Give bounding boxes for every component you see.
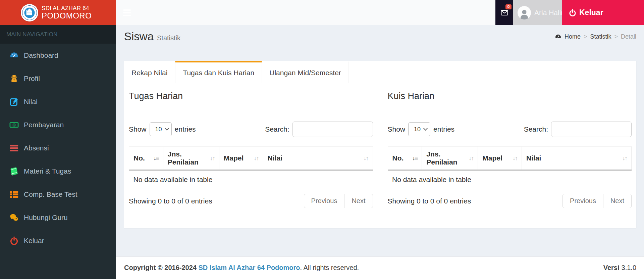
- top-navbar: SDI AL AZHAR 64 PODOMORO 0: [0, 0, 644, 25]
- content-area: SiswaStatistik Home > Statistik > Detail: [116, 25, 644, 256]
- tugas-harian-panel: Tugas Harian Show 10: [129, 90, 373, 221]
- sort-icon: ↓≡: [153, 155, 159, 162]
- book-icon: [9, 166, 19, 176]
- sidebar-item-keluar[interactable]: Keluar: [0, 229, 116, 252]
- sort-icon: ↓≡: [412, 155, 418, 162]
- column-header-jns-penilaian[interactable]: Jns. Penilaian↓↑: [422, 147, 478, 170]
- brand-line2: PODOMORO: [42, 11, 92, 20]
- column-header-no[interactable]: No.↓≡: [388, 147, 422, 170]
- sidebar-toggle-button[interactable]: [116, 0, 138, 25]
- previous-page-button[interactable]: Previous: [562, 194, 603, 208]
- page-heading: SiswaStatistik: [124, 30, 180, 43]
- column-header-mapel[interactable]: Mapel↓↑: [219, 147, 263, 170]
- table-info: Showing 0 to 0 of 0 entries: [129, 197, 212, 205]
- list-blocks-icon: [9, 189, 19, 199]
- version-label: Versi: [603, 264, 620, 271]
- next-page-button[interactable]: Next: [344, 194, 373, 208]
- edit-icon: [9, 97, 19, 107]
- brand-logo-link[interactable]: SDI AL AZHAR 64 PODOMORO: [0, 0, 116, 25]
- previous-page-button[interactable]: Previous: [304, 194, 345, 208]
- sidebar-item-label: Dashboard: [24, 51, 58, 59]
- sidebar-menu: Dashboard Profil: [0, 44, 116, 252]
- next-page-button[interactable]: Next: [603, 194, 632, 208]
- empty-table-row: No data available in table: [388, 170, 632, 189]
- sidebar-item-dashboard[interactable]: Dashboard: [0, 44, 116, 67]
- bars-icon: [9, 143, 19, 153]
- statistics-box: Rekap Nilai Tugas dan Kuis Harian Ulanga…: [124, 61, 636, 228]
- search-label: Search:: [524, 125, 548, 133]
- sort-icon: ↓↑: [469, 155, 473, 162]
- sidebar-item-profil[interactable]: Profil: [0, 67, 116, 90]
- tab-tugas-dan-kuis-harian[interactable]: Tugas dan Kuis Harian: [175, 61, 262, 83]
- kuis-harian-panel: Kuis Harian Show 10: [388, 90, 632, 221]
- page-title: Siswa: [124, 30, 154, 43]
- table-header-row: No.↓≡ Jns. Penilaian↓↑ Mapel↓↑ Nilai↓↑: [388, 147, 632, 170]
- school-site-link[interactable]: SD Islam Al Azhar 64 Podomoro: [199, 264, 300, 271]
- user-menu-button[interactable]: Aria Halim: [513, 0, 562, 25]
- sort-icon: ↓↑: [364, 155, 368, 162]
- sidebar-item-nilai[interactable]: Nilai: [0, 90, 116, 113]
- page-subtitle: Statistik: [157, 34, 180, 42]
- column-header-mapel[interactable]: Mapel↓↑: [478, 147, 522, 170]
- envelope-icon: [500, 9, 509, 17]
- column-header-jns-penilaian[interactable]: Jns. Penilaian↓↑: [163, 147, 219, 170]
- column-header-no[interactable]: No.↓≡: [129, 147, 163, 170]
- entries-label: entries: [175, 125, 196, 133]
- page-footer: Copyright © 2016-2024 SD Islam Al Azhar …: [116, 256, 644, 279]
- sidebar-section-label: MAIN NAVIGATION: [0, 25, 116, 44]
- page-length-select[interactable]: 10: [150, 122, 172, 136]
- sidebar-item-label: Pembayaran: [24, 121, 64, 129]
- copyright-prefix: Copyright © 2016-2024: [124, 264, 197, 271]
- table-info: Showing 0 to 0 of 0 entries: [388, 197, 471, 205]
- pagination: Previous Next: [304, 194, 373, 208]
- breadcrumb: Home > Statistik > Detail: [555, 33, 636, 40]
- navbar: 0 Aria Halim Keluar: [116, 0, 644, 25]
- page-length-select[interactable]: 10: [408, 122, 430, 136]
- tab-rekap-nilai[interactable]: Rekap Nilai: [124, 61, 175, 83]
- svg-text:1: 1: [13, 124, 15, 127]
- kuis-harian-table: No.↓≡ Jns. Penilaian↓↑ Mapel↓↑ Nilai↓↑: [388, 146, 632, 189]
- sidebar-item-label: Comp. Base Test: [24, 190, 77, 198]
- search-input[interactable]: [551, 122, 632, 137]
- breadcrumb-home-link[interactable]: Home: [565, 33, 581, 40]
- divider: [388, 112, 632, 112]
- divider: [129, 112, 373, 112]
- power-icon: [9, 236, 19, 246]
- breadcrumb-statistik-link[interactable]: Statistik: [590, 33, 611, 40]
- copyright-suffix: . All rights reserved.: [300, 264, 359, 271]
- empty-table-message: No data available in table: [388, 170, 632, 189]
- logout-button[interactable]: Keluar: [562, 0, 644, 25]
- tab-content: Tugas Harian Show 10: [124, 83, 636, 228]
- show-label: Show: [129, 125, 147, 133]
- sidebar-item-comp-base-test[interactable]: Comp. Base Test: [0, 183, 116, 206]
- empty-table-message: No data available in table: [129, 170, 373, 189]
- panel-title: Tugas Harian: [129, 90, 373, 102]
- column-header-nilai[interactable]: Nilai↓↑: [522, 147, 632, 170]
- brand-text: SDI AL AZHAR 64 PODOMORO: [42, 5, 92, 20]
- sidebar-item-materi-tugas[interactable]: Materi & Tugas: [0, 159, 116, 183]
- show-label: Show: [388, 125, 406, 133]
- school-logo: [21, 4, 38, 21]
- sidebar-item-pembayaran[interactable]: 1 Pembayaran: [0, 113, 116, 136]
- sort-icon: ↓↑: [513, 155, 517, 162]
- sidebar-item-label: Hubungi Guru: [24, 214, 68, 222]
- column-header-nilai[interactable]: Nilai↓↑: [263, 147, 373, 170]
- sidebar: MAIN NAVIGATION Dashboard: [0, 25, 116, 279]
- pagination: Previous Next: [562, 194, 632, 208]
- sidebar-item-label: Profil: [24, 75, 40, 83]
- breadcrumb-separator: >: [614, 33, 618, 40]
- messages-count-badge: 0: [505, 4, 512, 9]
- sidebar-item-label: Materi & Tugas: [24, 167, 71, 175]
- sort-icon: ↓↑: [210, 155, 215, 162]
- search-input[interactable]: [292, 122, 373, 137]
- panel-title: Kuis Harian: [388, 90, 632, 102]
- sidebar-item-hubungi-guru[interactable]: Hubungi Guru: [0, 206, 116, 229]
- sort-icon: ↓↑: [622, 155, 627, 162]
- tab-ulangan-mid-semester[interactable]: Ulangan Mid/Semester: [262, 61, 349, 83]
- brand-line1: SDI AL AZHAR 64: [42, 5, 92, 11]
- sidebar-item-label: Keluar: [24, 237, 44, 245]
- search-label: Search:: [265, 125, 289, 133]
- version-info: Versi3.1.0: [603, 264, 636, 272]
- sidebar-item-absensi[interactable]: Absensi: [0, 136, 116, 159]
- messages-menu-button[interactable]: 0: [495, 0, 513, 25]
